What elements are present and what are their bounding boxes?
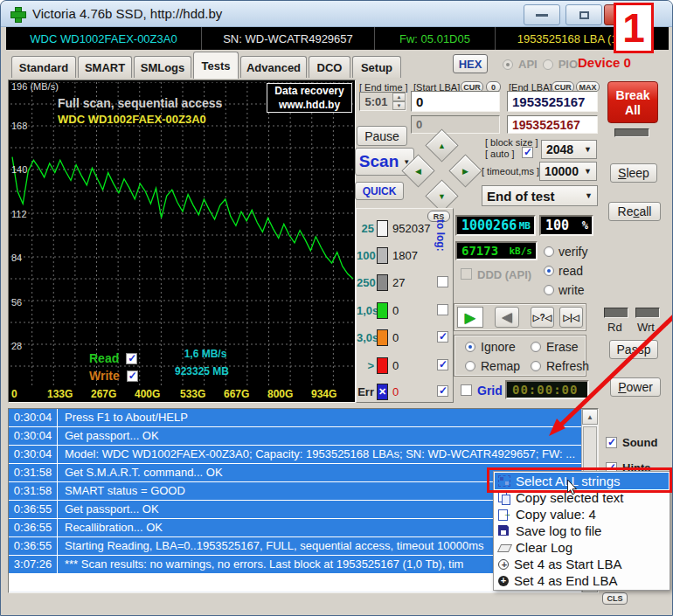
write-toggle-row: Write [89,369,138,383]
tab-smart[interactable]: SMART [78,56,132,78]
log-err-checkbox[interactable] [437,385,448,397]
ddd-checkbox[interactable] [461,268,472,280]
erase-label: Erase [546,340,579,354]
scroll-up-button[interactable]: ▲ [582,409,598,425]
recall-button[interactable]: Recall [608,202,661,221]
tab-dco[interactable]: DCO [309,56,350,78]
read-radio[interactable] [544,266,554,276]
menu-item-set-end-lba[interactable]: Set 4 as End LBA [495,572,669,589]
pio-radio[interactable] [543,59,553,70]
erase-radio[interactable] [531,342,541,352]
spin-down-icon[interactable]: ▼ [392,101,406,110]
end-of-test-select[interactable]: End of test ▼ [482,185,598,206]
timeout-label: [ timeout,ms ] [482,166,539,176]
pause-button[interactable]: Pause [357,126,407,146]
log-row[interactable]: 0:30:04Get passport... OK [9,427,581,446]
end-of-test-value: End of test [487,189,555,204]
start-scan-button[interactable]: ▶ [457,307,483,328]
auto-checkbox[interactable] [522,147,533,158]
drive-serial: SN: WD-WCATR4929657 [202,27,375,50]
timeout-value: 10000 [545,164,579,178]
minimize-icon [536,14,548,17]
tab-tests[interactable]: Tests [193,52,239,79]
sound-checkbox[interactable] [606,437,617,448]
drive-model: WDC WD1002FAEX-00Z3A0 [6,27,202,50]
device-indicator: Device 0 [578,55,631,70]
seek-right-button[interactable]: ▶ [448,154,482,187]
transport-panel: ▶ ◀ ▷?◁ ▷|◁ [454,303,586,331]
menu-item-clear-log[interactable]: Clear Log [495,539,669,556]
tab-smlogs[interactable]: SMLogs [134,56,191,78]
seek-left-button[interactable]: ◀ [401,154,434,187]
stat-row: >0 [357,357,454,377]
seek-up-button[interactable]: ▲ [425,128,458,162]
select-all-icon [498,475,510,487]
log-250-checkbox[interactable] [437,276,448,287]
ignore-label: Ignore [481,340,516,354]
quick-button[interactable]: QUICK [355,182,404,200]
log-3s-checkbox[interactable] [437,331,448,343]
end-lba-input[interactable]: 1953525167 [507,91,598,112]
ignore-radio[interactable] [465,342,475,352]
hex-button[interactable]: HEX [453,54,488,73]
block-size-select[interactable]: 2048 ▼ [541,140,597,159]
passp-button[interactable]: Passp [609,340,658,359]
grid-checkbox[interactable] [461,384,472,396]
api-radio[interactable] [503,59,513,70]
write-checkbox[interactable] [127,370,138,382]
speed-graph: 196 (MB/s) 168 140 112 84 56 28 Full sca… [8,80,356,403]
x-tick: 934G [311,388,336,400]
menu-item-set-start-lba[interactable]: Set 4 as Start LBA [495,556,669,572]
refresh-radio[interactable] [531,361,541,371]
log-row[interactable]: 0:30:04Model: WDC WD1002FAEX-00Z3A0; Cap… [9,446,581,464]
menu-item-save-log[interactable]: Save log to file [495,523,669,539]
log-timeout-checkbox[interactable] [437,359,448,370]
timeout-dropdown-icon: ▼ [584,167,592,176]
tab-bar: Standard SMART SMLogs Tests Advanced DCO… [6,50,669,80]
cls-button[interactable]: CLS [602,592,628,605]
tab-setup[interactable]: Setup [352,56,401,78]
power-button[interactable]: Power [610,377,661,397]
verify-radio[interactable] [544,246,554,257]
end-lba-shadow: 1953525167 [507,115,598,134]
rewind-button[interactable]: ◀ [495,307,519,328]
watermark-line1: Data recovery [267,84,351,98]
tab-advanced[interactable]: Advanced [240,56,307,78]
save-icon [498,525,510,536]
log-row[interactable]: 0:30:04Press F1 to About/HELP [9,409,581,427]
read-checkbox[interactable] [126,353,137,364]
step-question-button[interactable]: ▷?◁ [531,307,554,328]
step-question-icon: ▷?◁ [533,313,552,322]
stat-swatch [377,357,388,374]
stat-row: 3,0s0 [357,329,454,349]
watermark: Data recovery www.hdd.by [267,83,352,113]
error-swatch: ✕ [377,384,388,400]
minimize-button[interactable] [524,4,560,25]
log-1s-checkbox[interactable] [437,304,448,315]
sleep-button[interactable]: Sleep [610,163,657,183]
start-lba-input[interactable]: 0 [411,91,500,112]
break-all-button[interactable]: Break All [607,81,658,123]
spin-up-icon[interactable]: ▲ [392,93,406,101]
step-end-button[interactable]: ▷|◁ [559,307,583,328]
timeout-select[interactable]: 10000 ▼ [539,162,597,181]
write-radio[interactable] [544,285,554,295]
timer-display: 00:00:00 [505,380,589,399]
menu-item-copy-text[interactable]: Copy selected text [495,489,669,506]
maximize-button[interactable] [565,4,602,25]
x-tick: 133G [47,388,73,400]
y-tick: 140 [11,164,27,175]
sound-toggle-row: Sound [606,436,657,449]
tab-standard[interactable]: Standard [11,56,76,78]
menu-item-select-all[interactable]: Select ALL strings [495,473,669,489]
rewind-icon: ◀ [502,309,512,325]
end-time-spinner[interactable]: 5:01 ▲▼ [359,92,406,111]
sound-label: Sound [622,436,657,449]
x-tick: 267G [91,388,116,400]
remap-radio[interactable] [465,361,475,371]
menu-item-copy-value[interactable]: Copy value: 4 [495,506,669,523]
graph-plot [10,82,355,388]
rd-led-label: Rd [607,321,622,334]
stat-row: Err ✕ 0 [357,384,454,403]
block-size-dropdown-icon: ▼ [584,145,592,154]
